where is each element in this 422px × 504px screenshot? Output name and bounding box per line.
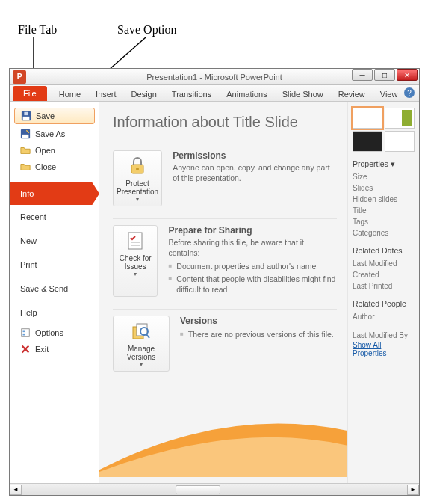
prepare-title: Prepare for Sharing	[168, 225, 337, 236]
menu-new[interactable]: New	[10, 229, 99, 253]
tab-file[interactable]: File	[13, 86, 47, 101]
prepare-bullet-2: Content that people with disabilities mi…	[168, 274, 337, 295]
prop-size: Size	[353, 171, 415, 182]
menu-open-label: Open	[35, 145, 55, 156]
tab-design[interactable]: Design	[124, 87, 164, 101]
backstage: Save Save As Open Close I	[10, 102, 419, 483]
prepare-text: Prepare for Sharing Before sharing this …	[168, 225, 337, 297]
menu-options-label: Options	[35, 328, 63, 338]
save-as-icon	[20, 129, 31, 139]
dropdown-icon: ▾	[140, 361, 143, 368]
prepare-intro: Before sharing this file, be aware that …	[168, 237, 337, 258]
menu-info-label: Info	[20, 188, 34, 199]
check-issues-button[interactable]: Check for Issues ▾	[113, 225, 158, 297]
menu-help[interactable]: Help	[10, 301, 99, 325]
menu-exit-label: Exit	[35, 344, 49, 354]
options-icon	[20, 328, 31, 338]
related-dates-header: Related Dates	[353, 246, 415, 255]
versions-text: Versions There are no previous versions …	[180, 316, 334, 372]
menu-save[interactable]: Save	[14, 108, 95, 124]
close-button[interactable]: ✕	[397, 69, 418, 81]
menu-recent[interactable]: Recent	[10, 205, 99, 229]
tab-review[interactable]: Review	[331, 87, 373, 101]
svg-rect-8	[22, 135, 29, 138]
dropdown-icon: ▾	[134, 271, 137, 277]
prop-tags: Tags	[353, 216, 415, 227]
protect-presentation-button[interactable]: Protect Presentation ▾	[113, 150, 162, 206]
menu-save-as[interactable]: Save As	[10, 126, 99, 142]
manage-versions-button[interactable]: Manage Versions ▾	[113, 316, 170, 372]
prop-hidden: Hidden slides	[353, 194, 415, 205]
thumbnail-1[interactable]	[353, 108, 382, 129]
decorative-swoosh	[99, 387, 347, 477]
titlebar: P Presentation1 - Microsoft PowerPoint ─…	[10, 69, 419, 85]
properties-header[interactable]: Properties ▾	[353, 159, 415, 168]
open-icon	[20, 145, 31, 156]
menu-save-send[interactable]: Save & Send	[10, 277, 99, 301]
svg-rect-11	[23, 334, 25, 336]
close-folder-icon	[20, 162, 31, 172]
menu-info[interactable]: Info	[10, 182, 99, 205]
prop-categories: Categories	[353, 227, 415, 239]
thumbnail-3[interactable]	[353, 131, 382, 152]
horizontal-scrollbar: ◄ ►	[10, 483, 419, 495]
permissions-title: Permissions	[173, 150, 337, 161]
menu-save-label: Save	[36, 111, 55, 121]
menu-options[interactable]: Options	[10, 325, 99, 341]
properties-panel: Properties ▾ Size Slides Hidden slides T…	[347, 102, 419, 483]
tab-slideshow[interactable]: Slide Show	[275, 87, 331, 101]
app-window: P Presentation1 - Microsoft PowerPoint ─…	[9, 68, 420, 496]
tab-insert[interactable]: Insert	[88, 87, 124, 101]
menu-save-as-label: Save As	[35, 129, 65, 139]
section-versions: Manage Versions ▾ Versions There are no …	[113, 310, 337, 384]
thumbnail-4[interactable]	[385, 131, 415, 152]
info-heading: Information about Title Slide	[113, 114, 337, 131]
prop-created: Created	[353, 269, 415, 280]
menu-print[interactable]: Print	[10, 253, 99, 277]
thumbnail-2[interactable]	[385, 108, 415, 129]
tab-animations[interactable]: Animations	[219, 87, 274, 101]
dropdown-icon: ▾	[136, 196, 139, 203]
maximize-button[interactable]: □	[374, 69, 395, 81]
tab-view[interactable]: View	[373, 87, 406, 101]
annotation-file-tab: File Tab	[18, 23, 57, 37]
menu-open[interactable]: Open	[10, 142, 99, 159]
menu-close[interactable]: Close	[10, 159, 99, 175]
permissions-text: Permissions Anyone can open, copy, and c…	[173, 150, 337, 206]
scroll-right-button[interactable]: ►	[407, 485, 419, 495]
show-all-properties-link[interactable]: Show All Properties	[353, 341, 415, 357]
prop-slides: Slides	[353, 182, 415, 194]
menu-exit[interactable]: Exit	[10, 341, 99, 357]
section-permissions: Protect Presentation ▾ Permissions Anyon…	[113, 144, 337, 219]
check-issues-label: Check for Issues	[117, 254, 154, 271]
scroll-left-button[interactable]: ◄	[10, 485, 22, 495]
tab-home[interactable]: Home	[52, 87, 88, 101]
svg-rect-10	[23, 331, 25, 333]
save-icon	[21, 111, 31, 121]
prop-author: Author	[353, 311, 415, 322]
scroll-track[interactable]	[22, 485, 407, 495]
annotation-save-option: Save Option	[117, 23, 177, 37]
checklist-icon	[125, 230, 146, 251]
manage-versions-label: Manage Versions	[117, 345, 166, 361]
related-people-header: Related People	[353, 299, 415, 308]
prepare-bullet-1: Document properties and author's name	[168, 261, 337, 271]
svg-rect-6	[24, 112, 28, 115]
section-prepare: Check for Issues ▾ Prepare for Sharing B…	[113, 219, 337, 310]
svg-point-15	[136, 168, 139, 170]
prop-last-modified: Last Modified	[353, 258, 415, 269]
scroll-thumb[interactable]	[176, 485, 220, 494]
tab-transitions[interactable]: Transitions	[164, 87, 219, 101]
protect-presentation-label: Protect Presentation	[117, 179, 158, 196]
lock-icon	[127, 156, 148, 176]
help-button[interactable]: ?	[404, 87, 415, 98]
window-controls: ─ □ ✕	[350, 69, 418, 81]
info-panel: Information about Title Slide Protect Pr…	[99, 102, 347, 483]
minimize-button[interactable]: ─	[352, 69, 373, 81]
exit-icon	[20, 344, 31, 354]
menu-close-label: Close	[35, 162, 56, 172]
versions-bullet-1: There are no previous versions of this f…	[180, 329, 334, 339]
prop-last-modified-by: Last Modified By	[353, 330, 415, 341]
versions-title: Versions	[180, 316, 334, 326]
svg-rect-9	[22, 329, 30, 337]
